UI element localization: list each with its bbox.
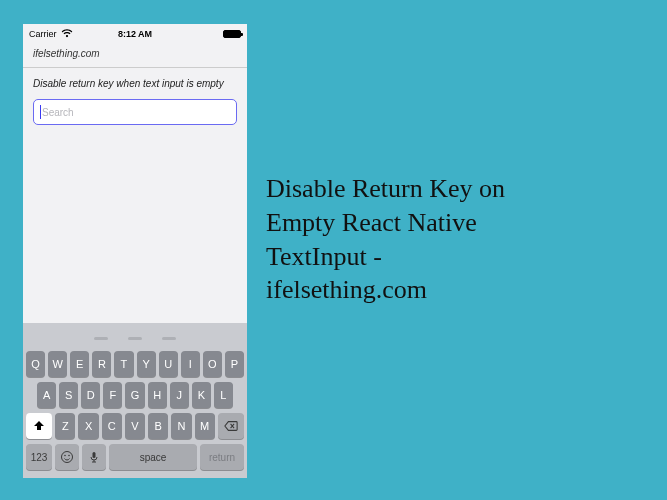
- status-time: 8:12 AM: [23, 29, 247, 39]
- key-p[interactable]: P: [225, 351, 244, 377]
- key-o[interactable]: O: [203, 351, 222, 377]
- key-k[interactable]: K: [192, 382, 211, 408]
- key-u[interactable]: U: [159, 351, 178, 377]
- svg-rect-3: [93, 452, 96, 458]
- headline-text: Disable Return Key on Empty React Native…: [266, 172, 636, 307]
- key-n[interactable]: N: [171, 413, 191, 439]
- key-c[interactable]: C: [102, 413, 122, 439]
- keyboard-suggestion-bar: [26, 327, 244, 351]
- key-h[interactable]: H: [148, 382, 167, 408]
- shift-key[interactable]: [26, 413, 52, 439]
- key-l[interactable]: L: [214, 382, 233, 408]
- svg-point-2: [68, 455, 70, 457]
- key-g[interactable]: G: [125, 382, 144, 408]
- key-b[interactable]: B: [148, 413, 168, 439]
- key-q[interactable]: Q: [26, 351, 45, 377]
- battery-icon: [223, 30, 241, 38]
- key-s[interactable]: S: [59, 382, 78, 408]
- key-t[interactable]: T: [114, 351, 133, 377]
- search-placeholder: Search: [42, 107, 74, 118]
- key-m[interactable]: M: [195, 413, 215, 439]
- space-key[interactable]: space: [109, 444, 197, 470]
- key-a[interactable]: A: [37, 382, 56, 408]
- key-e[interactable]: E: [70, 351, 89, 377]
- svg-point-1: [64, 455, 66, 457]
- app-header: ifelsething.com: [23, 44, 247, 68]
- backspace-key[interactable]: [218, 413, 244, 439]
- svg-point-0: [62, 452, 73, 463]
- key-f[interactable]: F: [103, 382, 122, 408]
- key-i[interactable]: I: [181, 351, 200, 377]
- app-subtitle: Disable return key when text input is em…: [23, 68, 247, 95]
- keyboard: QWERTYUIOP ASDFGHJKL ZXCVBNM 123 space r…: [23, 323, 247, 478]
- phone-frame: Carrier 8:12 AM ifelsething.com Disable …: [23, 24, 247, 478]
- key-w[interactable]: W: [48, 351, 67, 377]
- key-y[interactable]: Y: [137, 351, 156, 377]
- text-cursor: [40, 105, 41, 119]
- key-z[interactable]: Z: [55, 413, 75, 439]
- key-j[interactable]: J: [170, 382, 189, 408]
- emoji-key[interactable]: [55, 444, 79, 470]
- mic-key[interactable]: [82, 444, 106, 470]
- key-d[interactable]: D: [81, 382, 100, 408]
- numbers-key[interactable]: 123: [26, 444, 52, 470]
- key-r[interactable]: R: [92, 351, 111, 377]
- return-key[interactable]: return: [200, 444, 244, 470]
- key-v[interactable]: V: [125, 413, 145, 439]
- search-input[interactable]: Search: [33, 99, 237, 125]
- key-x[interactable]: X: [78, 413, 98, 439]
- status-bar: Carrier 8:12 AM: [23, 24, 247, 44]
